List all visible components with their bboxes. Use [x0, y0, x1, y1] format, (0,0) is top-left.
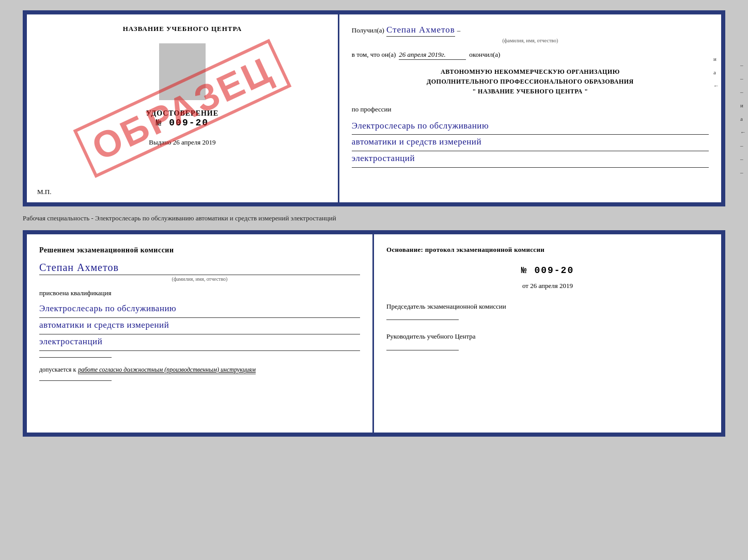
from-date-line: от 26 апреля 2019	[386, 282, 709, 290]
org-line-2: ДОПОЛНИТЕЛЬНОГО ПРОФЕССИОНАЛЬНОГО ОБРАЗО…	[352, 77, 709, 87]
допуск-value: работе согласно должностным (производств…	[78, 366, 256, 374]
from-date: 26 апреля 2019	[530, 282, 573, 290]
bottom-right: Основание: протокол экзаменационной коми…	[374, 234, 721, 433]
commission-title: Решением экзаменационной комиссии	[39, 245, 360, 255]
profession-label: по профессии	[352, 105, 709, 114]
profession-line-1: Электрослесарь по обслуживанию	[352, 119, 709, 135]
chairman-sign-line	[386, 319, 459, 320]
date-prefix: в том, что он(а)	[352, 51, 396, 59]
допуск-sign-line	[39, 380, 112, 381]
school-title: НАЗВАНИЕ УЧЕБНОГО ЦЕНТРА	[123, 25, 242, 33]
qual-line-3: электростанций	[39, 334, 360, 351]
side-marks-top: и а ←	[713, 56, 719, 89]
assigned-qual-label: присвоена квалификация	[39, 289, 360, 297]
cert-type: УДОСТОВЕРЕНИЕ	[146, 109, 219, 118]
qual-sign-line	[39, 357, 112, 358]
profession-block: Электрослесарь по обслуживанию автоматик…	[352, 119, 709, 168]
bottom-recipient-block: Степан Ахметов (фамилия, имя, отчество)	[39, 260, 360, 282]
допуск-prefix: допускается к	[39, 366, 76, 374]
document-container: НАЗВАНИЕ УЧЕБНОГО ЦЕНТРА УДОСТОВЕРЕНИЕ №…	[23, 10, 725, 437]
basis-title: Основание: протокол экзаменационной коми…	[386, 245, 709, 255]
doc-right: Получил(а) Степан Ахметов – (фамилия, им…	[339, 14, 721, 202]
issued-label: Выдано	[149, 138, 171, 146]
bottom-recipient-name: Степан Ахметов	[39, 262, 360, 275]
from-prefix: от	[522, 282, 528, 290]
bottom-left: Решением экзаменационной комиссии Степан…	[27, 234, 374, 433]
recipient-name: Степан Ахметов	[386, 25, 455, 37]
bottom-document: Решением экзаменационной комиссии Степан…	[23, 230, 725, 437]
side-marks-bottom: – – – и а ← – – –	[740, 62, 746, 175]
middle-text: Рабочая специальность - Электрослесарь п…	[23, 212, 725, 225]
protocol-number: № 009-20	[386, 265, 709, 276]
допуск-line: допускается к работе согласно должностны…	[39, 366, 360, 374]
issued-line: Выдано 26 апреля 2019	[149, 138, 215, 147]
org-line-3: " НАЗВАНИЕ УЧЕБНОГО ЦЕНТРА "	[352, 87, 709, 97]
org-line-1: АВТОНОМНУЮ НЕКОММЕРЧЕСКУЮ ОРГАНИЗАЦИЮ	[352, 67, 709, 77]
head-label: Руководитель учебного Центра	[386, 331, 709, 342]
qual-block: Электрослесарь по обслуживанию автоматик…	[39, 301, 360, 351]
date-value: 26 апреля 2019г.	[399, 51, 466, 60]
date-suffix: окончил(а)	[469, 51, 500, 59]
mp-label: М.П.	[37, 188, 51, 196]
qual-line-1: Электрослесарь по обслуживанию	[39, 301, 360, 318]
received-prefix: Получил(а)	[352, 26, 384, 35]
chairman-label: Председатель экзаменационной комиссии	[386, 301, 709, 312]
fio-label-bottom: (фамилия, имя, отчество)	[39, 276, 360, 282]
top-document: НАЗВАНИЕ УЧЕБНОГО ЦЕНТРА УДОСТОВЕРЕНИЕ №…	[23, 10, 725, 206]
received-block: Получил(а) Степан Ахметов – (фамилия, им…	[352, 25, 709, 43]
fio-label-top: (фамилия, имя, отчество)	[352, 38, 709, 43]
profession-line-2: автоматики и средств измерений	[352, 135, 709, 151]
date-line: в том, что он(а) 26 апреля 2019г. окончи…	[352, 51, 709, 60]
received-line: Получил(а) Степан Ахметов –	[352, 25, 709, 37]
cert-number: № 009-20	[156, 118, 209, 128]
issued-date: 26 апреля 2019	[173, 138, 216, 146]
qual-line-2: автоматики и средств измерений	[39, 318, 360, 334]
head-sign-line	[386, 350, 459, 350]
profession-line-3: электростанций	[352, 151, 709, 168]
org-block: АВТОНОМНУЮ НЕКОММЕРЧЕСКУЮ ОРГАНИЗАЦИЮ ДО…	[352, 67, 709, 97]
doc-left: НАЗВАНИЕ УЧЕБНОГО ЦЕНТРА УДОСТОВЕРЕНИЕ №…	[27, 14, 339, 202]
photo-placeholder	[159, 43, 206, 100]
